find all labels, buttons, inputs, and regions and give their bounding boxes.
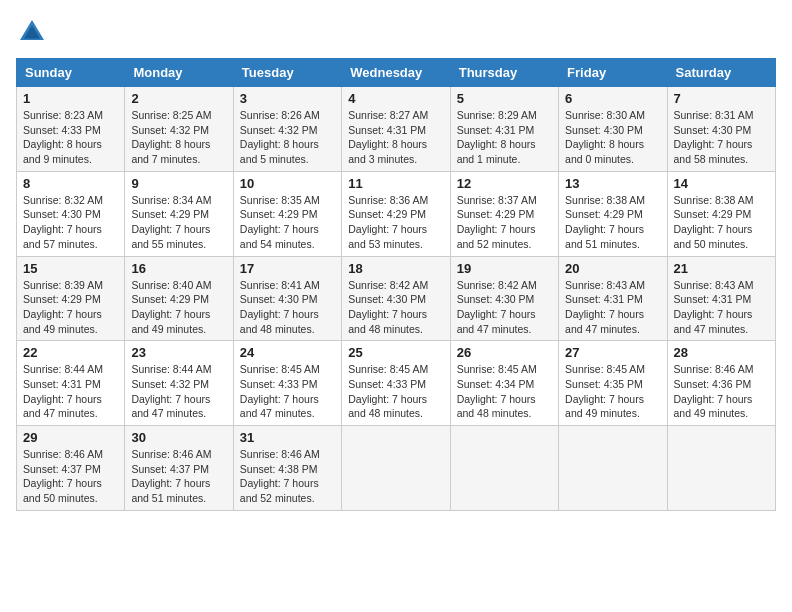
day-number: 3 xyxy=(240,91,335,106)
day-number: 21 xyxy=(674,261,769,276)
day-info: Sunrise: 8:45 AMSunset: 4:33 PMDaylight:… xyxy=(348,362,443,421)
day-info: Sunrise: 8:46 AMSunset: 4:36 PMDaylight:… xyxy=(674,362,769,421)
day-number: 24 xyxy=(240,345,335,360)
day-number: 17 xyxy=(240,261,335,276)
day-info: Sunrise: 8:43 AMSunset: 4:31 PMDaylight:… xyxy=(565,278,660,337)
day-number: 8 xyxy=(23,176,118,191)
logo-icon xyxy=(16,16,48,48)
weekday-header-monday: Monday xyxy=(125,59,233,87)
day-cell-6: 6Sunrise: 8:30 AMSunset: 4:30 PMDaylight… xyxy=(559,87,667,172)
day-number: 25 xyxy=(348,345,443,360)
day-info: Sunrise: 8:35 AMSunset: 4:29 PMDaylight:… xyxy=(240,193,335,252)
day-cell-31: 31Sunrise: 8:46 AMSunset: 4:38 PMDayligh… xyxy=(233,426,341,511)
day-cell-9: 9Sunrise: 8:34 AMSunset: 4:29 PMDaylight… xyxy=(125,171,233,256)
day-number: 9 xyxy=(131,176,226,191)
empty-cell xyxy=(559,426,667,511)
day-cell-30: 30Sunrise: 8:46 AMSunset: 4:37 PMDayligh… xyxy=(125,426,233,511)
day-cell-11: 11Sunrise: 8:36 AMSunset: 4:29 PMDayligh… xyxy=(342,171,450,256)
weekday-header-sunday: Sunday xyxy=(17,59,125,87)
calendar-header: SundayMondayTuesdayWednesdayThursdayFrid… xyxy=(17,59,776,87)
day-info: Sunrise: 8:37 AMSunset: 4:29 PMDaylight:… xyxy=(457,193,552,252)
day-number: 6 xyxy=(565,91,660,106)
day-cell-26: 26Sunrise: 8:45 AMSunset: 4:34 PMDayligh… xyxy=(450,341,558,426)
day-cell-18: 18Sunrise: 8:42 AMSunset: 4:30 PMDayligh… xyxy=(342,256,450,341)
day-cell-10: 10Sunrise: 8:35 AMSunset: 4:29 PMDayligh… xyxy=(233,171,341,256)
day-cell-22: 22Sunrise: 8:44 AMSunset: 4:31 PMDayligh… xyxy=(17,341,125,426)
day-info: Sunrise: 8:45 AMSunset: 4:33 PMDaylight:… xyxy=(240,362,335,421)
day-info: Sunrise: 8:45 AMSunset: 4:35 PMDaylight:… xyxy=(565,362,660,421)
day-number: 16 xyxy=(131,261,226,276)
day-number: 10 xyxy=(240,176,335,191)
weekday-header-tuesday: Tuesday xyxy=(233,59,341,87)
day-info: Sunrise: 8:38 AMSunset: 4:29 PMDaylight:… xyxy=(565,193,660,252)
calendar-week-5: 29Sunrise: 8:46 AMSunset: 4:37 PMDayligh… xyxy=(17,426,776,511)
day-info: Sunrise: 8:38 AMSunset: 4:29 PMDaylight:… xyxy=(674,193,769,252)
weekday-header-saturday: Saturday xyxy=(667,59,775,87)
day-cell-15: 15Sunrise: 8:39 AMSunset: 4:29 PMDayligh… xyxy=(17,256,125,341)
day-info: Sunrise: 8:36 AMSunset: 4:29 PMDaylight:… xyxy=(348,193,443,252)
day-number: 23 xyxy=(131,345,226,360)
day-number: 20 xyxy=(565,261,660,276)
day-cell-16: 16Sunrise: 8:40 AMSunset: 4:29 PMDayligh… xyxy=(125,256,233,341)
calendar-week-2: 8Sunrise: 8:32 AMSunset: 4:30 PMDaylight… xyxy=(17,171,776,256)
day-number: 7 xyxy=(674,91,769,106)
day-number: 29 xyxy=(23,430,118,445)
day-cell-17: 17Sunrise: 8:41 AMSunset: 4:30 PMDayligh… xyxy=(233,256,341,341)
day-cell-5: 5Sunrise: 8:29 AMSunset: 4:31 PMDaylight… xyxy=(450,87,558,172)
day-cell-20: 20Sunrise: 8:43 AMSunset: 4:31 PMDayligh… xyxy=(559,256,667,341)
day-info: Sunrise: 8:42 AMSunset: 4:30 PMDaylight:… xyxy=(457,278,552,337)
day-info: Sunrise: 8:30 AMSunset: 4:30 PMDaylight:… xyxy=(565,108,660,167)
day-number: 30 xyxy=(131,430,226,445)
day-info: Sunrise: 8:44 AMSunset: 4:32 PMDaylight:… xyxy=(131,362,226,421)
day-info: Sunrise: 8:29 AMSunset: 4:31 PMDaylight:… xyxy=(457,108,552,167)
day-number: 19 xyxy=(457,261,552,276)
day-cell-23: 23Sunrise: 8:44 AMSunset: 4:32 PMDayligh… xyxy=(125,341,233,426)
day-cell-7: 7Sunrise: 8:31 AMSunset: 4:30 PMDaylight… xyxy=(667,87,775,172)
day-number: 31 xyxy=(240,430,335,445)
day-cell-13: 13Sunrise: 8:38 AMSunset: 4:29 PMDayligh… xyxy=(559,171,667,256)
day-info: Sunrise: 8:34 AMSunset: 4:29 PMDaylight:… xyxy=(131,193,226,252)
day-cell-25: 25Sunrise: 8:45 AMSunset: 4:33 PMDayligh… xyxy=(342,341,450,426)
day-info: Sunrise: 8:27 AMSunset: 4:31 PMDaylight:… xyxy=(348,108,443,167)
day-info: Sunrise: 8:26 AMSunset: 4:32 PMDaylight:… xyxy=(240,108,335,167)
day-number: 4 xyxy=(348,91,443,106)
day-number: 12 xyxy=(457,176,552,191)
day-cell-2: 2Sunrise: 8:25 AMSunset: 4:32 PMDaylight… xyxy=(125,87,233,172)
day-info: Sunrise: 8:42 AMSunset: 4:30 PMDaylight:… xyxy=(348,278,443,337)
day-info: Sunrise: 8:43 AMSunset: 4:31 PMDaylight:… xyxy=(674,278,769,337)
day-info: Sunrise: 8:32 AMSunset: 4:30 PMDaylight:… xyxy=(23,193,118,252)
day-cell-29: 29Sunrise: 8:46 AMSunset: 4:37 PMDayligh… xyxy=(17,426,125,511)
calendar-week-1: 1Sunrise: 8:23 AMSunset: 4:33 PMDaylight… xyxy=(17,87,776,172)
calendar-week-4: 22Sunrise: 8:44 AMSunset: 4:31 PMDayligh… xyxy=(17,341,776,426)
day-cell-3: 3Sunrise: 8:26 AMSunset: 4:32 PMDaylight… xyxy=(233,87,341,172)
empty-cell xyxy=(450,426,558,511)
day-cell-8: 8Sunrise: 8:32 AMSunset: 4:30 PMDaylight… xyxy=(17,171,125,256)
day-cell-1: 1Sunrise: 8:23 AMSunset: 4:33 PMDaylight… xyxy=(17,87,125,172)
weekday-header-wednesday: Wednesday xyxy=(342,59,450,87)
day-info: Sunrise: 8:39 AMSunset: 4:29 PMDaylight:… xyxy=(23,278,118,337)
day-number: 18 xyxy=(348,261,443,276)
day-number: 13 xyxy=(565,176,660,191)
day-number: 11 xyxy=(348,176,443,191)
day-info: Sunrise: 8:46 AMSunset: 4:37 PMDaylight:… xyxy=(131,447,226,506)
day-info: Sunrise: 8:40 AMSunset: 4:29 PMDaylight:… xyxy=(131,278,226,337)
day-number: 5 xyxy=(457,91,552,106)
day-info: Sunrise: 8:31 AMSunset: 4:30 PMDaylight:… xyxy=(674,108,769,167)
day-number: 27 xyxy=(565,345,660,360)
day-number: 1 xyxy=(23,91,118,106)
day-cell-21: 21Sunrise: 8:43 AMSunset: 4:31 PMDayligh… xyxy=(667,256,775,341)
day-number: 22 xyxy=(23,345,118,360)
weekday-header-friday: Friday xyxy=(559,59,667,87)
weekday-header-thursday: Thursday xyxy=(450,59,558,87)
day-info: Sunrise: 8:45 AMSunset: 4:34 PMDaylight:… xyxy=(457,362,552,421)
empty-cell xyxy=(342,426,450,511)
day-number: 15 xyxy=(23,261,118,276)
day-info: Sunrise: 8:23 AMSunset: 4:33 PMDaylight:… xyxy=(23,108,118,167)
day-info: Sunrise: 8:44 AMSunset: 4:31 PMDaylight:… xyxy=(23,362,118,421)
day-number: 28 xyxy=(674,345,769,360)
day-cell-28: 28Sunrise: 8:46 AMSunset: 4:36 PMDayligh… xyxy=(667,341,775,426)
day-number: 14 xyxy=(674,176,769,191)
day-cell-19: 19Sunrise: 8:42 AMSunset: 4:30 PMDayligh… xyxy=(450,256,558,341)
day-cell-4: 4Sunrise: 8:27 AMSunset: 4:31 PMDaylight… xyxy=(342,87,450,172)
day-cell-24: 24Sunrise: 8:45 AMSunset: 4:33 PMDayligh… xyxy=(233,341,341,426)
